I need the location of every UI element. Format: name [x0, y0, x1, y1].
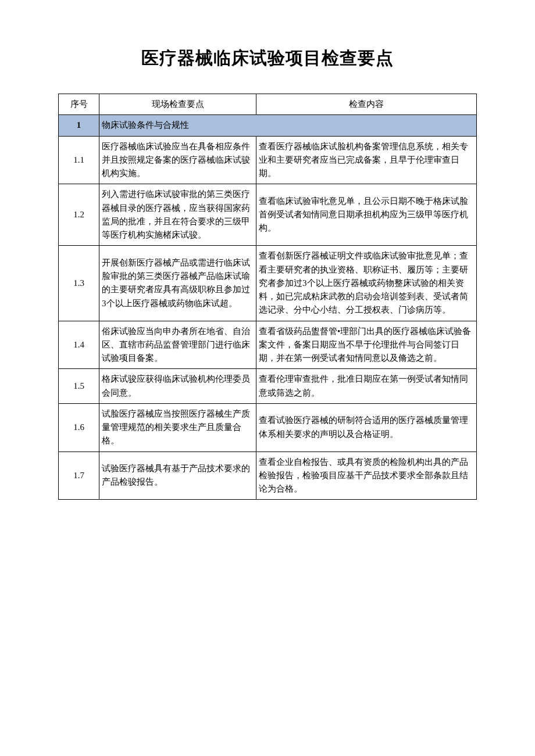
table-row: 1.1 医疗器械临床试验应当在具备相应条件并且按照规定备案的医疗器械临床试骏机构…	[59, 136, 477, 184]
table-row: 1.7 试验医疗器械具有基于产品技术要求的产品检骏报告。 查看企业自检报告、或具…	[59, 452, 477, 500]
row-point: 试脸医疗器械应当按照医疗器械生产质量管理规范的相关要求生产且质量合格。	[99, 403, 256, 452]
table-row: 1.5 格床试骏应获得临床试验机构伦理委员会同意。 查看伦理审查批件，批准日期应…	[59, 369, 477, 404]
page-title: 医疗器械临床试验项目检查要点	[58, 46, 477, 70]
inspection-table: 序号 现场检查要点 检查内容 1 物床试验条件与合规性 1.1 医疗器械临床试验…	[58, 94, 477, 500]
header-num: 序号	[59, 94, 99, 115]
row-point: 开展创新医疗器械产品或需进行临床试脸审批的第三类医疗器械产品临床试瑜的主要研究者…	[99, 246, 256, 321]
header-content: 检查内容	[256, 94, 477, 115]
table-row: 1.3 开展创新医疗器械产品或需进行临床试脸审批的第三类医疗器械产品临床试瑜的主…	[59, 246, 477, 321]
row-point: 列入需进行临床试骏审批的第三类医疗器械目录的医疗器械，应当获得国家药监局的批准，…	[99, 184, 256, 246]
row-content: 查看创新医疗器械证明文件或临床试验审批意见单；查看主要研究者的执业资格、职称证书…	[256, 246, 477, 321]
row-content: 查看试验医疗器械的研制符合适用的医疗器械质量管理体系相关要求的声明以及合格证明。	[256, 403, 477, 452]
table-row: 1.2 列入需进行临床试骏审批的第三类医疗器械目录的医疗器械，应当获得国家药监局…	[59, 184, 477, 246]
header-point: 现场检查要点	[99, 94, 256, 115]
table-row: 1.4 俗床试验应当向申办者所在地省、自治区、直辖市药品监督管理部门进行临床试验…	[59, 321, 477, 369]
row-content: 查看伦理审查批件，批准日期应在第一例受试者知情同意或筛选之前。	[256, 369, 477, 404]
section-row: 1 物床试验条件与合规性	[59, 115, 477, 136]
section-num: 1	[59, 115, 99, 136]
row-content: 查看医疗器械临床试脸机构备案管理信息系统，相关专业和主要研究者应当已完成备案，且…	[256, 136, 477, 184]
row-num: 1.2	[59, 184, 99, 246]
row-num: 1.5	[59, 369, 99, 404]
row-point: 俗床试验应当向申办者所在地省、自治区、直辖市药品监督管理部门进行临床试验项目备案…	[99, 321, 256, 369]
section-label: 物床试验条件与合规性	[99, 115, 477, 136]
row-point: 试验医疗器械具有基于产品技术要求的产品检骏报告。	[99, 452, 256, 500]
header-row: 序号 现场检查要点 检查内容	[59, 94, 477, 115]
row-content: 查看省级药品盥督管•理部门出具的医疗器械临床试验备案文件，备案日期应当不早于伦理…	[256, 321, 477, 369]
row-num: 1.6	[59, 403, 99, 452]
row-point: 格床试骏应获得临床试验机构伦理委员会同意。	[99, 369, 256, 404]
table-row: 1.6 试脸医疗器械应当按照医疗器械生产质量管理规范的相关要求生产且质量合格。 …	[59, 403, 477, 452]
row-content: 查看临床试验审牝意见单，且公示日期不晚于格床试脸首例受试者知情同意日期承担机构应…	[256, 184, 477, 246]
row-num: 1.1	[59, 136, 99, 184]
row-num: 1.4	[59, 321, 99, 369]
row-num: 1.3	[59, 246, 99, 321]
row-num: 1.7	[59, 452, 99, 500]
row-content: 查看企业自检报告、或具有资质的检险机构出具的产品检验报告，检验项目应基干产品技术…	[256, 452, 477, 500]
row-point: 医疗器械临床试验应当在具备相应条件并且按照规定备案的医疗器械临床试骏机构实施。	[99, 136, 256, 184]
